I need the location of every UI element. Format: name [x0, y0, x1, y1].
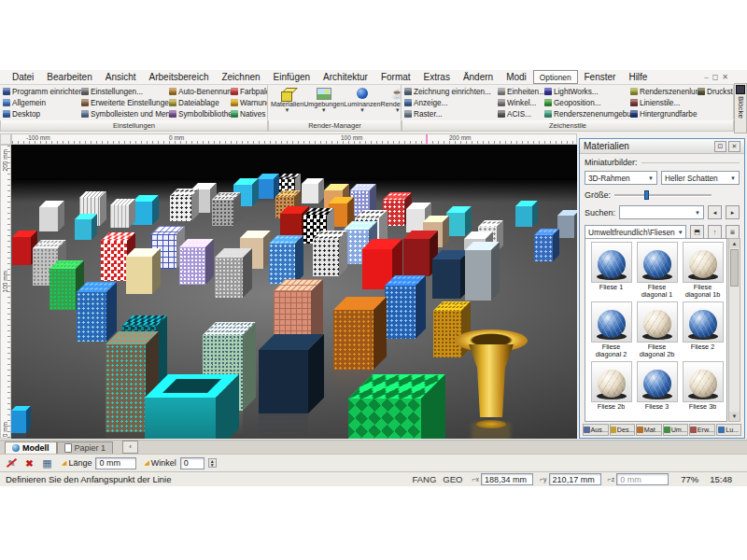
material-item-fliese-2[interactable]: Fliese 2	[680, 301, 726, 358]
blocks-side-tab[interactable]: Blöcke	[734, 83, 747, 133]
menu-datei[interactable]: Datei	[6, 71, 40, 83]
panel-tab-um[interactable]: Um...	[663, 424, 689, 436]
btn-winkel[interactable]: Winkel...	[498, 99, 544, 107]
scene-cube[interactable]	[515, 201, 538, 227]
material-item[interactable]	[634, 421, 680, 422]
shadow-style-select[interactable]: Heller Schatten▼	[661, 171, 740, 185]
search-next-button[interactable]: ▸	[726, 205, 740, 219]
material-item-fliese-diagonal-1[interactable]: Fliese diagonal 1	[634, 242, 680, 299]
menu-format[interactable]: Format	[374, 71, 417, 83]
no-draw-tool-icon[interactable]: ✎	[5, 456, 19, 470]
scene-cube[interactable]	[133, 195, 159, 225]
btn-farbpalette[interactable]: Farbpalette	[231, 88, 268, 96]
btn-warnungen[interactable]: Warnungen	[231, 99, 268, 107]
menu-zeichnen[interactable]: Zeichnen	[215, 71, 266, 83]
menu-architektur[interactable]: Architektur	[317, 71, 374, 83]
btn-allgemein[interactable]: Allgemein	[3, 99, 81, 107]
scene-cube[interactable]	[385, 275, 426, 339]
panel-tab-mat[interactable]: Mat...	[636, 424, 662, 436]
chevron-down-icon[interactable]: ▼	[359, 108, 365, 113]
cancel-icon[interactable]: ✖	[22, 456, 36, 470]
snap-geo-toggle[interactable]: GEO	[443, 474, 462, 484]
menu-extras[interactable]: Extras	[417, 71, 457, 83]
material-item-fliese-2b[interactable]: Fliese 2b	[588, 361, 634, 418]
menu-hilfe[interactable]: Hilfe	[622, 71, 654, 83]
category-select[interactable]: Umweltfreundlich\Fliesen▼	[585, 225, 686, 239]
btn-symbolleisten-und-menüs[interactable]: Symbolleisten und Menüs...	[81, 110, 169, 119]
btn-einheiten[interactable]: Einheiten...	[498, 88, 544, 96]
angle-stepper[interactable]: ▲▼	[208, 458, 217, 468]
panel-tab-erw[interactable]: Erw...	[689, 424, 715, 436]
material-item[interactable]	[588, 421, 634, 422]
material-item-fliese-diagonal-1b[interactable]: Fliese diagonal 1b	[680, 242, 726, 299]
material-item-fliese-3[interactable]: Fliese 3	[634, 361, 680, 418]
search-prev-button[interactable]: ◂	[708, 205, 722, 219]
menu-modi[interactable]: Modi	[500, 71, 533, 83]
scene-cube[interactable]	[333, 297, 387, 370]
slider-thumb[interactable]	[644, 190, 649, 200]
scene-cube[interactable]	[179, 239, 214, 285]
btn-luminanzen[interactable]: Luminanzen▼	[344, 86, 380, 113]
btn-druckstile[interactable]: Druckstile...	[698, 88, 734, 96]
panel-dock-icon[interactable]: ⊡	[714, 141, 726, 152]
material-item-fliese-1[interactable]: Fliese 1	[588, 242, 634, 299]
panel-tab-lu[interactable]: Lu...	[716, 424, 742, 436]
view-options-icon[interactable]: ≣	[726, 225, 740, 239]
btn-zeichnung-einrichten[interactable]: Zeichnung einrichten...	[404, 88, 498, 96]
scene-cube[interactable]	[126, 248, 161, 294]
btn-auto-benennung[interactable]: Auto-Benennung	[169, 88, 231, 96]
scene-cube[interactable]	[302, 178, 324, 203]
scene-cube[interactable]	[110, 199, 135, 228]
scene-cube[interactable]	[259, 334, 324, 413]
btn-einstellungen[interactable]: Einstellungen...	[81, 88, 169, 96]
chevron-down-icon[interactable]: ▼	[395, 108, 401, 113]
chevron-down-icon[interactable]: ▼	[285, 108, 290, 113]
scene-cube[interactable]	[534, 229, 559, 261]
btn-erweiterte-einstellungen[interactable]: Erweiterte Einstellungen	[81, 99, 169, 107]
menu-fenster[interactable]: Fenster	[578, 71, 623, 83]
material-item-fliese-3b[interactable]: Fliese 3b	[680, 361, 726, 418]
panel-tab-aus[interactable]: Aus...	[583, 424, 609, 436]
length-field[interactable]: 0 mm	[95, 457, 136, 469]
btn-renderszenenumgebung[interactable]: Renderszenenumgebung...	[544, 110, 630, 119]
close-icon[interactable]: ✕	[722, 74, 728, 81]
tab-scroll-left-button[interactable]: ‹	[122, 441, 138, 454]
btn-acis[interactable]: ACIS...	[498, 110, 544, 119]
btn-umgebungen[interactable]: Umgebungen▼	[303, 86, 344, 113]
menu-optionen[interactable]: Optionen	[533, 70, 578, 84]
scroll-down-icon[interactable]: ▼	[729, 412, 740, 421]
snap-fang-toggle[interactable]: FANG	[412, 474, 436, 484]
panel-close-icon[interactable]: ✕	[728, 141, 740, 152]
calculator-table-icon[interactable]: ▦	[40, 456, 54, 470]
scene-cube[interactable]	[313, 231, 347, 276]
btn-lightworks[interactable]: LightWorks...	[544, 88, 630, 96]
btn-natives-zeichnen[interactable]: Natives Zeichnen	[231, 110, 268, 119]
material-item-fliese-diagonal-2[interactable]: Fliese diagonal 2	[588, 301, 634, 358]
scene-cube[interactable]	[75, 214, 97, 240]
scrollbar-thumb[interactable]	[730, 249, 739, 287]
sheet-tab-modell[interactable]: Modell	[5, 441, 57, 454]
restore-icon[interactable]: ◻	[712, 74, 719, 81]
material-item-fliese-diagonal-2b[interactable]: Fliese diagonal 2b	[634, 301, 680, 358]
btn-linienstile[interactable]: Linienstile...	[630, 99, 698, 107]
minimize-icon[interactable]: –	[704, 74, 708, 81]
scene-cube[interactable]	[348, 374, 445, 439]
menu-ansicht[interactable]: Ansicht	[99, 71, 143, 83]
scroll-up-icon[interactable]: ▲	[729, 239, 740, 248]
chevron-down-icon[interactable]: ▼	[321, 108, 327, 113]
menu-ändern[interactable]: Ändern	[457, 71, 500, 83]
btn-symbolbibliotheken[interactable]: Symbolbibliotheken	[169, 110, 231, 119]
menu-einfügen[interactable]: Einfügen	[267, 71, 317, 83]
btn-dateiablage[interactable]: Dateiablage	[169, 99, 231, 107]
3d-viewport[interactable]	[11, 145, 577, 439]
btn-materialien[interactable]: Materialien▼	[271, 86, 303, 113]
panel-tab-des[interactable]: Des...	[610, 424, 636, 436]
y-coordinate-field[interactable]: 210,17 mm	[549, 473, 601, 485]
x-coordinate-field[interactable]: 188,34 mm	[481, 473, 533, 485]
material-item[interactable]	[680, 421, 726, 422]
scene-cube[interactable]	[212, 192, 241, 226]
scene-cube[interactable]	[432, 250, 470, 299]
scene-cube[interactable]	[170, 189, 199, 221]
btn-anzeige[interactable]: Anzeige...	[404, 99, 498, 107]
sort-ascending-icon[interactable]: ↑	[708, 225, 722, 239]
